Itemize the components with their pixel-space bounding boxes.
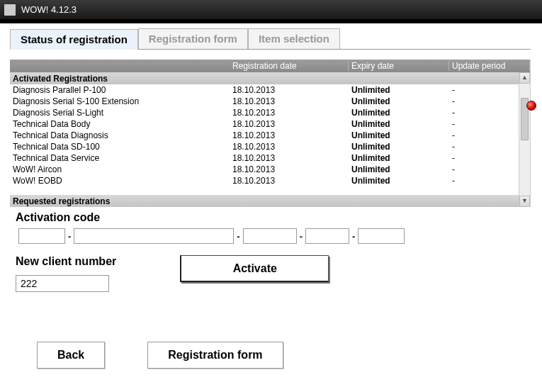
table-row[interactable]: Diagnosis Parallel P-10018.10.2013Unlimi… (10, 84, 530, 96)
code-part-4[interactable] (305, 228, 349, 244)
cell-update: - (449, 108, 530, 118)
new-client-number-input[interactable] (16, 275, 109, 292)
col-update-period: Update period (449, 61, 530, 71)
code-part-5[interactable] (358, 228, 405, 244)
col-expiry-date: Expiry date (349, 61, 449, 71)
tab-status-of-registration[interactable]: Status of registration (10, 29, 138, 50)
cell-expiry: Unlimited (349, 119, 449, 129)
cell-expiry: Unlimited (349, 108, 449, 118)
cell-update: - (449, 130, 530, 140)
registration-form-button[interactable]: Registration form (147, 342, 283, 369)
cell-date: 18.10.2013 (230, 85, 349, 95)
col-registration-date: Registration date (230, 61, 349, 71)
code-part-1[interactable] (18, 228, 65, 244)
tab-item-selection[interactable]: Item selection (248, 28, 340, 49)
cell-date: 18.10.2013 (230, 153, 349, 163)
section-requested-label: Requested registrations (10, 196, 230, 206)
code-part-2[interactable] (74, 228, 234, 244)
code-sep: - (235, 231, 241, 242)
section-activated-label: Activated Registrations (10, 74, 230, 84)
cell-name: Technical Data Service (10, 153, 230, 163)
cell-name: Diagnosis Parallel P-100 (10, 85, 230, 95)
table-row[interactable]: Technical Data SD-10018.10.2013Unlimited… (10, 141, 530, 152)
cell-expiry: Unlimited (349, 85, 449, 95)
code-sep: - (351, 231, 356, 242)
activation-code-row: - - - - (18, 228, 512, 244)
cell-expiry: Unlimited (349, 142, 449, 152)
code-sep: - (67, 231, 72, 242)
cell-update: - (449, 96, 530, 106)
titlebar: WOW! 4.12.3 (0, 0, 542, 20)
cell-date: 18.10.2013 (230, 142, 349, 152)
section-requested: Requested registrations (10, 195, 530, 207)
cell-date: 18.10.2013 (230, 164, 349, 174)
titlebar-border (0, 20, 542, 23)
table-row[interactable]: Technical Data Body18.10.2013Unlimited- (10, 118, 530, 130)
section-activated: Activated Registrations (10, 72, 530, 84)
cell-update: - (449, 142, 530, 152)
cell-name: Diagnosis Serial S-100 Extension (10, 96, 230, 106)
cell-name: WoW! Aircon (10, 164, 230, 174)
scroll-up-icon[interactable]: ▲ (519, 72, 530, 84)
cell-expiry: Unlimited (349, 164, 449, 174)
scroll-thumb[interactable] (521, 98, 529, 140)
content-area: Status of registration Registration form… (0, 28, 542, 369)
activation-form: Activation code - - - - New client numbe… (16, 211, 512, 369)
window-title: WOW! 4.12.3 (21, 4, 77, 15)
cell-expiry: Unlimited (349, 176, 449, 186)
registrations-table: Registration date Expiry date Update per… (10, 60, 531, 207)
cell-update: - (449, 119, 530, 129)
table-scrollbar[interactable]: ▲ ▼ (519, 72, 530, 207)
table-row[interactable]: Diagnosis Serial S-Light18.10.2013Unlimi… (10, 107, 530, 118)
cell-name: Diagnosis Serial S-Light (10, 108, 230, 118)
cell-update: - (449, 153, 530, 163)
cell-name: Technical Data Diagnosis (10, 130, 230, 140)
code-part-3[interactable] (243, 228, 297, 244)
cell-update: - (449, 164, 530, 174)
table-row[interactable]: Technical Data Service18.10.2013Unlimite… (10, 152, 530, 164)
table-row[interactable]: WoW! Aircon18.10.2013Unlimited- (10, 164, 530, 175)
activate-button[interactable]: Activate (180, 255, 329, 282)
new-client-number-label: New client number (16, 255, 116, 268)
code-sep: - (298, 231, 304, 242)
cell-name: WoW! EOBD (10, 176, 230, 186)
table-row[interactable]: Diagnosis Serial S-100 Extension18.10.20… (10, 96, 530, 107)
cell-date: 18.10.2013 (230, 130, 349, 140)
cell-update: - (449, 85, 530, 95)
cell-name: Technical Data SD-100 (10, 142, 230, 152)
tab-registration-form[interactable]: Registration form (138, 28, 248, 49)
cell-name: Technical Data Body (10, 119, 230, 129)
scroll-down-icon[interactable]: ▼ (519, 196, 530, 207)
cell-date: 18.10.2013 (230, 108, 349, 118)
cell-expiry: Unlimited (349, 153, 449, 163)
table-header: Registration date Expiry date Update per… (10, 60, 530, 72)
scroll-track[interactable] (519, 84, 530, 196)
app-icon (4, 4, 16, 16)
cell-update: - (449, 176, 530, 186)
back-button[interactable]: Back (37, 342, 105, 369)
cell-expiry: Unlimited (349, 96, 449, 106)
table-row[interactable]: Technical Data Diagnosis18.10.2013Unlimi… (10, 130, 530, 141)
cell-date: 18.10.2013 (230, 96, 349, 106)
tab-bar: Status of registration Registration form… (10, 28, 531, 50)
table-row[interactable]: WoW! EOBD18.10.2013Unlimited- (10, 175, 530, 186)
cell-expiry: Unlimited (349, 130, 449, 140)
cell-date: 18.10.2013 (230, 119, 349, 129)
activation-code-label: Activation code (16, 211, 512, 224)
cell-date: 18.10.2013 (230, 176, 349, 186)
